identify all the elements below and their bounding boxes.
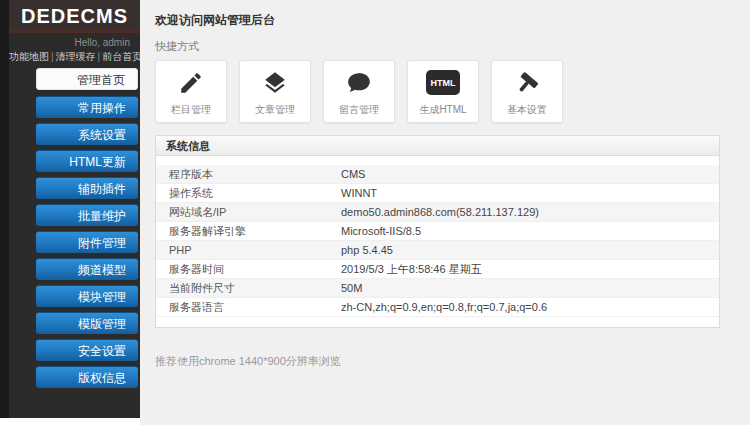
layers-icon bbox=[262, 67, 288, 99]
row-label: 服务器语言 bbox=[156, 298, 341, 316]
page-title: 欢迎访问网站管理后台 bbox=[155, 12, 735, 29]
hammer-icon bbox=[514, 67, 540, 99]
pencil-icon bbox=[178, 67, 204, 99]
row-value: WINNT bbox=[341, 184, 377, 202]
sidebar-item-channel-models[interactable]: 频道模型 bbox=[36, 258, 138, 280]
link-clear-cache[interactable]: 清理缓存 bbox=[56, 51, 96, 62]
link-frontend-home[interactable]: 前台首页 bbox=[102, 51, 142, 62]
system-info-title: 系统信息 bbox=[155, 135, 720, 156]
sidebar-item-template-management[interactable]: 模版管理 bbox=[36, 312, 138, 334]
dedecms-admin-screen: DEDECMS Hello, admin 功能地图|清理缓存|前台首页|退出 管… bbox=[0, 0, 750, 437]
main-content: 欢迎访问网站管理后台 快捷方式 栏目管理 文章管理 留言管理 bbox=[140, 0, 750, 425]
shortcuts-label: 快捷方式 bbox=[155, 39, 735, 54]
sidebar-item-common-operations[interactable]: 常用操作 bbox=[36, 96, 138, 118]
row-value: 50M bbox=[341, 279, 362, 297]
logo: DEDECMS bbox=[9, 0, 140, 33]
sidebar-item-auxiliary-plugins[interactable]: 辅助插件 bbox=[36, 177, 138, 199]
shortcut-card-label: 文章管理 bbox=[255, 103, 295, 117]
sidebar-item-attachment-management[interactable]: 附件管理 bbox=[36, 231, 138, 253]
shortcut-cards: 栏目管理 文章管理 留言管理 HTML 生成HTML bbox=[155, 60, 735, 123]
shortcut-card-column-management[interactable]: 栏目管理 bbox=[155, 60, 227, 123]
table-row: 当前附件尺寸 50M bbox=[156, 279, 719, 298]
row-label: 服务器解译引擎 bbox=[156, 222, 341, 240]
html-badge-icon: HTML bbox=[426, 67, 460, 99]
row-value: demo50.admin868.com(58.211.137.129) bbox=[341, 203, 539, 221]
separator: | bbox=[98, 51, 101, 62]
shortcut-card-label: 基本设置 bbox=[507, 103, 547, 117]
row-value: php 5.4.45 bbox=[341, 241, 393, 259]
row-value: 2019/5/3 上午8:58:46 星期五 bbox=[341, 260, 482, 278]
row-label: PHP bbox=[156, 241, 341, 259]
sidebar-item-security-settings[interactable]: 安全设置 bbox=[36, 339, 138, 361]
shortcut-card-basic-settings[interactable]: 基本设置 bbox=[491, 60, 563, 123]
row-value: Microsoft-IIS/8.5 bbox=[341, 222, 421, 240]
sidebar-item-html-update[interactable]: HTML更新 bbox=[36, 150, 138, 172]
sidebar-item-system-settings[interactable]: 系统设置 bbox=[36, 123, 138, 145]
link-function-map[interactable]: 功能地图 bbox=[9, 51, 49, 62]
sidebar: DEDECMS Hello, admin 功能地图|清理缓存|前台首页|退出 管… bbox=[0, 0, 140, 418]
row-value: zh-CN,zh;q=0.9,en;q=0.8,fr;q=0.7,ja;q=0.… bbox=[341, 298, 547, 316]
table-row: 操作系统 WINNT bbox=[156, 184, 719, 203]
row-label: 网站域名/IP bbox=[156, 203, 341, 221]
shortcut-card-article-management[interactable]: 文章管理 bbox=[239, 60, 311, 123]
shortcut-card-generate-html[interactable]: HTML 生成HTML bbox=[407, 60, 479, 123]
table-row: 网站域名/IP demo50.admin868.com(58.211.137.1… bbox=[156, 203, 719, 222]
html-badge-text: HTML bbox=[431, 78, 456, 88]
table-row: 服务器解译引擎 Microsoft-IIS/8.5 bbox=[156, 222, 719, 241]
row-label: 操作系统 bbox=[156, 184, 341, 202]
table-row: 服务器时间 2019/5/3 上午8:58:46 星期五 bbox=[156, 260, 719, 279]
sidebar-item-module-management[interactable]: 模块管理 bbox=[36, 285, 138, 307]
shortcut-card-label: 生成HTML bbox=[419, 103, 466, 117]
footer-note: 推荐使用chrome 1440*900分辨率浏览 bbox=[155, 354, 735, 369]
system-info-table: 程序版本 CMS 操作系统 WINNT 网站域名/IP demo50.admin… bbox=[155, 156, 720, 328]
shortcut-card-label: 栏目管理 bbox=[171, 103, 211, 117]
separator: | bbox=[51, 51, 54, 62]
sidebar-item-batch-maintenance[interactable]: 批量维护 bbox=[36, 204, 138, 226]
sidebar-item-admin-home[interactable]: 管理首页 bbox=[36, 68, 138, 90]
sidebar-item-copyright-info[interactable]: 版权信息 bbox=[36, 366, 138, 388]
greeting-text: Hello, admin bbox=[9, 37, 130, 48]
system-info-panel: 系统信息 程序版本 CMS 操作系统 WINNT 网站域名/IP demo50.… bbox=[155, 135, 720, 328]
quick-links: 功能地图|清理缓存|前台首页|退出 bbox=[9, 50, 134, 64]
row-label: 服务器时间 bbox=[156, 260, 341, 278]
table-row: 服务器语言 zh-CN,zh;q=0.9,en;q=0.8,fr;q=0.7,j… bbox=[156, 298, 719, 317]
comment-icon bbox=[346, 67, 372, 99]
row-label: 当前附件尺寸 bbox=[156, 279, 341, 297]
table-row: PHP php 5.4.45 bbox=[156, 241, 719, 260]
row-value: CMS bbox=[341, 165, 365, 183]
shortcut-card-message-management[interactable]: 留言管理 bbox=[323, 60, 395, 123]
row-label: 程序版本 bbox=[156, 165, 341, 183]
shortcut-card-label: 留言管理 bbox=[339, 103, 379, 117]
table-row: 程序版本 CMS bbox=[156, 165, 719, 184]
